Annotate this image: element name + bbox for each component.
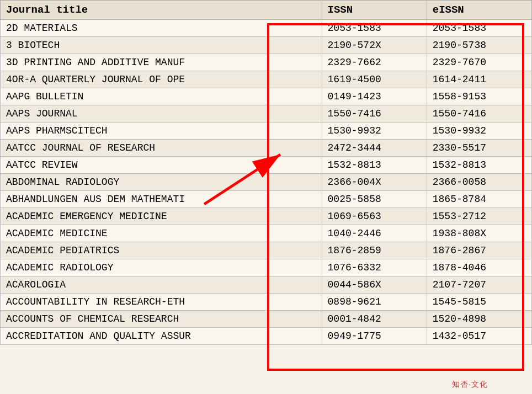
cell-eissn: 1876-2867 [427, 242, 531, 259]
col-header-eissn: eISSN [427, 1, 531, 20]
table-row: 3D PRINTING AND ADDITIVE MANUF2329-76622… [1, 54, 532, 71]
table-row: ACAROLOGIA0044-586X2107-7207 [1, 276, 532, 294]
cell-issn: 1076-6332 [322, 259, 427, 276]
cell-eissn: 1545-5815 [427, 294, 531, 311]
cell-title: AAPS PHARMSCITECH [1, 123, 322, 140]
cell-issn: 1040-2446 [322, 225, 427, 242]
cell-eissn: 1432-0517 [427, 328, 531, 345]
cell-issn: 2190-572X [322, 37, 427, 54]
cell-title: ACADEMIC EMERGENCY MEDICINE [1, 208, 322, 225]
cell-title: ABDOMINAL RADIOLOGY [1, 174, 322, 191]
journal-table: Journal title ISSN eISSN 2D MATERIALS205… [0, 0, 532, 345]
table-row: ACADEMIC RADIOLOGY1076-63321878-4046 [1, 259, 532, 276]
table-row: ACCOUNTS OF CHEMICAL RESEARCH0001-484215… [1, 311, 532, 328]
cell-eissn: 1553-2712 [427, 208, 531, 225]
cell-title: 3D PRINTING AND ADDITIVE MANUF [1, 54, 322, 71]
cell-eissn: 1558-9153 [427, 88, 531, 105]
cell-eissn: 1614-2411 [427, 71, 531, 88]
cell-title: ACCREDITATION AND QUALITY ASSUR [1, 328, 322, 345]
cell-issn: 2472-3444 [322, 140, 427, 157]
cell-eissn: 2190-5738 [427, 37, 531, 54]
cell-eissn: 2053-1583 [427, 20, 531, 37]
cell-title: ACADEMIC MEDICINE [1, 225, 322, 242]
table-row: ACADEMIC EMERGENCY MEDICINE1069-65631553… [1, 208, 532, 225]
table-row: ACADEMIC MEDICINE1040-24461938-808X [1, 225, 532, 242]
table-row: 2D MATERIALS2053-15832053-1583 [1, 20, 532, 37]
table-row: ABDOMINAL RADIOLOGY2366-004X2366-0058 [1, 174, 532, 191]
cell-issn: 2366-004X [322, 174, 427, 191]
cell-eissn: 1878-4046 [427, 259, 531, 276]
cell-title: AAPS JOURNAL [1, 105, 322, 123]
cell-issn: 0044-586X [322, 276, 427, 294]
cell-issn: 0898-9621 [322, 294, 427, 311]
table-row: 3 BIOTECH2190-572X2190-5738 [1, 37, 532, 54]
cell-issn: 0149-1423 [322, 88, 427, 105]
cell-issn: 1532-8813 [322, 157, 427, 174]
cell-issn: 2053-1583 [322, 20, 427, 37]
cell-title: 2D MATERIALS [1, 20, 322, 37]
col-header-title: Journal title [1, 1, 322, 20]
table-row: AATCC JOURNAL OF RESEARCH2472-34442330-5… [1, 140, 532, 157]
table-container: Journal title ISSN eISSN 2D MATERIALS205… [0, 0, 532, 394]
table-row: ACCREDITATION AND QUALITY ASSUR0949-1775… [1, 328, 532, 345]
cell-title: AATCC JOURNAL OF RESEARCH [1, 140, 322, 157]
table-row: AAPS JOURNAL1550-74161550-7416 [1, 105, 532, 123]
table-row: ACADEMIC PEDIATRICS1876-28591876-2867 [1, 242, 532, 259]
cell-title: AAPG BULLETIN [1, 88, 322, 105]
cell-title: ACCOUNTS OF CHEMICAL RESEARCH [1, 311, 322, 328]
cell-eissn: 2107-7207 [427, 276, 531, 294]
cell-issn: 0001-4842 [322, 311, 427, 328]
cell-title: AATCC REVIEW [1, 157, 322, 174]
cell-title: 4OR-A QUARTERLY JOURNAL OF OPE [1, 71, 322, 88]
cell-title: ACAROLOGIA [1, 276, 322, 294]
table-row: ACCOUNTABILITY IN RESEARCH-ETH0898-96211… [1, 294, 532, 311]
cell-issn: 0949-1775 [322, 328, 427, 345]
table-row: 4OR-A QUARTERLY JOURNAL OF OPE1619-45001… [1, 71, 532, 88]
cell-eissn: 1550-7416 [427, 105, 531, 123]
cell-issn: 1069-6563 [322, 208, 427, 225]
cell-issn: 1876-2859 [322, 242, 427, 259]
table-header-row: Journal title ISSN eISSN [1, 1, 532, 20]
cell-issn: 2329-7662 [322, 54, 427, 71]
cell-eissn: 1520-4898 [427, 311, 531, 328]
cell-eissn: 1938-808X [427, 225, 531, 242]
cell-eissn: 2329-7670 [427, 54, 531, 71]
cell-title: ACCOUNTABILITY IN RESEARCH-ETH [1, 294, 322, 311]
cell-eissn: 1532-8813 [427, 157, 531, 174]
cell-title: ABHANDLUNGEN AUS DEM MATHEMATI [1, 191, 322, 208]
cell-issn: 1530-9932 [322, 123, 427, 140]
table-row: AAPG BULLETIN0149-14231558-9153 [1, 88, 532, 105]
cell-title: ACADEMIC RADIOLOGY [1, 259, 322, 276]
watermark-text: 知否·文化 [452, 380, 488, 390]
cell-eissn: 2366-0058 [427, 174, 531, 191]
table-row: AATCC REVIEW1532-88131532-8813 [1, 157, 532, 174]
cell-issn: 1619-4500 [322, 71, 427, 88]
cell-eissn: 1865-8784 [427, 191, 531, 208]
col-header-issn: ISSN [322, 1, 427, 20]
cell-title: 3 BIOTECH [1, 37, 322, 54]
cell-issn: 1550-7416 [322, 105, 427, 123]
cell-title: ACADEMIC PEDIATRICS [1, 242, 322, 259]
table-row: AAPS PHARMSCITECH1530-99321530-9932 [1, 123, 532, 140]
table-row: ABHANDLUNGEN AUS DEM MATHEMATI0025-58581… [1, 191, 532, 208]
cell-eissn: 2330-5517 [427, 140, 531, 157]
cell-eissn: 1530-9932 [427, 123, 531, 140]
cell-issn: 0025-5858 [322, 191, 427, 208]
